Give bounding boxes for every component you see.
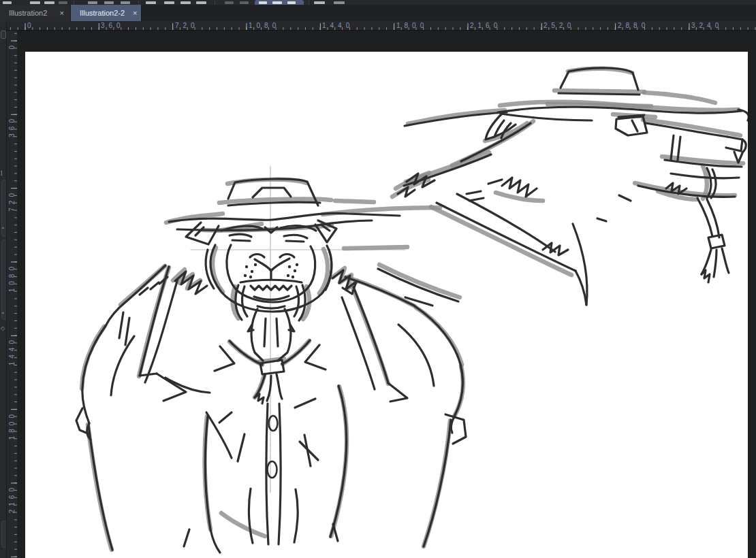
ruler-label: 360: [101, 22, 125, 29]
tab-illustration2[interactable]: Illustration2 ×: [0, 5, 71, 21]
snap-group-middle-icon[interactable]: [272, 1, 282, 4]
ruler-label: 1080: [249, 22, 280, 29]
undo-icon[interactable]: [88, 1, 97, 4]
close-icon[interactable]: ×: [52, 9, 64, 17]
ruler-label: 2160: [470, 22, 501, 29]
ruler-label: 0: [8, 42, 16, 83]
ruler-label: 720: [8, 190, 16, 231]
canvas[interactable]: [25, 52, 748, 558]
sketch-layer: [25, 52, 748, 558]
material-icon[interactable]: [314, 1, 325, 4]
ruler-label: 2880: [618, 22, 649, 29]
quick-access-icon[interactable]: [334, 1, 345, 4]
airbrush-icon[interactable]: [164, 1, 174, 4]
ruler-label: 2520: [544, 22, 575, 29]
diamond-icon[interactable]: ◇: [1, 326, 5, 331]
left-panel-segment[interactable]: [1, 521, 7, 548]
open-file-icon[interactable]: [30, 1, 40, 4]
bracket-icon: ]: [1, 170, 2, 176]
snap-ruler-icon[interactable]: [240, 1, 249, 4]
save-icon[interactable]: [44, 1, 54, 4]
chevron-down-icon[interactable]: ⌄: [1, 310, 5, 315]
top-toolbar: [0, 0, 756, 5]
ruler-label: 1800: [396, 22, 428, 29]
new-file-icon[interactable]: [3, 1, 12, 4]
ruler-label: 1440: [8, 337, 16, 378]
canvas-surround: [17, 31, 756, 558]
ruler-label: 1800: [8, 411, 16, 452]
close-icon[interactable]: ×: [125, 9, 137, 17]
snap-off-icon[interactable]: [225, 1, 234, 4]
delete-icon[interactable]: [121, 1, 130, 4]
redo-icon[interactable]: [104, 1, 114, 4]
ruler-label: 1440: [322, 22, 353, 29]
tab-label: Illustration2: [9, 9, 47, 17]
ruler-label: 3240: [691, 22, 723, 29]
left-panel-button[interactable]: [1, 31, 6, 39]
save-all-icon[interactable]: [59, 1, 67, 4]
left-panel-segment[interactable]: [1, 240, 7, 320]
decoration-icon[interactable]: [180, 1, 191, 4]
ruler-label: 360: [8, 116, 16, 157]
snap-group-right-icon[interactable]: [287, 1, 296, 4]
ruler-label: 720: [175, 22, 199, 29]
workspace: ] ⌃ ⌄ ◇ 0 360 720 1080 1440 1800 2160 25…: [0, 21, 756, 558]
tab-label: Illustration2-2: [80, 9, 125, 17]
vertical-ruler[interactable]: 0 360 720 1080 1440 1800 2160: [7, 31, 17, 558]
snap-button-group: [255, 0, 304, 5]
snap-group-left-icon[interactable]: [259, 1, 267, 4]
sketch-front-underlay: [82, 180, 463, 550]
document-tabbar: Illustration2 × Illustration2-2 ×: [0, 5, 756, 21]
ruler-label: 0: [27, 22, 35, 29]
left-panel-edge: ] ⌃ ⌄ ◇: [0, 21, 7, 558]
ruler-label: 2160: [8, 485, 16, 525]
sketch-front-figure: [76, 179, 466, 553]
chevron-up-icon[interactable]: ⌃: [1, 227, 5, 233]
fill-icon[interactable]: [146, 1, 156, 4]
frame-icon[interactable]: [196, 1, 206, 4]
tab-illustration2-2[interactable]: Illustration2-2 ×: [71, 5, 142, 21]
paint-app-window: Illustration2 × Illustration2-2 × ] ⌃ ⌄ …: [0, 0, 756, 558]
horizontal-ruler[interactable]: 0 360 720 1080 1440 1800 2160 2520 2880 …: [7, 21, 756, 31]
ruler-label: 1080: [8, 263, 16, 304]
